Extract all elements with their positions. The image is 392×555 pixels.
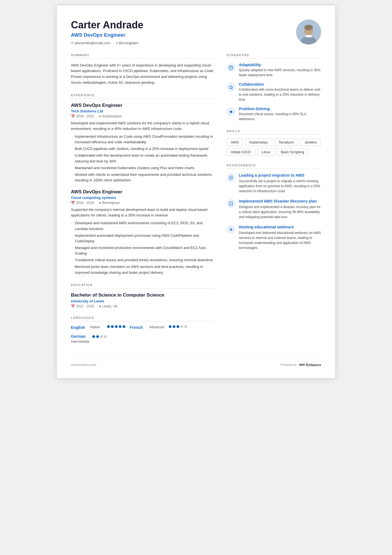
job-dates-1: 📅 2019 - 2022 [71, 114, 94, 118]
skill-bash: Bash Scripting [277, 148, 308, 156]
summary-section: SUMMARY AWS DevOps Engineer with 5+ year… [71, 53, 215, 86]
strength-icon-problem-solving [227, 107, 235, 116]
header-left: Carter Andrade AWS DevOps Engineer ✉ joh… [71, 19, 143, 45]
footer-url: www.enhancv.com [71, 363, 96, 366]
language-name-german: German [71, 334, 90, 339]
job-desc-2: Supported the company's internal develop… [71, 207, 215, 218]
svg-point-8 [310, 29, 311, 31]
language-level-english: Native [90, 325, 104, 329]
language-name-french: French [130, 325, 147, 330]
dot-f2 [173, 325, 175, 328]
left-column: SUMMARY AWS DevOps Engineer with 5+ year… [71, 53, 215, 351]
summary-text: AWS DevOps Engineer with 5+ years of exp… [71, 63, 215, 86]
strength-name-problem-solving: Problem-Solving [239, 107, 321, 111]
strength-icon-adaptability [227, 63, 235, 72]
achievement-content-2: Implemented AWS Disaster Recovery plan D… [239, 199, 321, 219]
location-icon-2: ● [99, 201, 101, 205]
enhancv-brand: Enhancv [306, 363, 321, 367]
dot-f5 [184, 325, 187, 328]
edu-degree-1: Bachelor of Science in Computer Science [71, 292, 215, 298]
job-company-1: Tech Solutions Ltd [71, 109, 215, 113]
job-entry-1: AWS DevOps Engineer Tech Solutions Ltd 📅… [71, 103, 215, 183]
edu-dates-1: 📅 2012 - 2016 [71, 304, 94, 308]
resume-page: Carter Andrade AWS DevOps Engineer ✉ joh… [57, 6, 335, 378]
dot-f4 [180, 325, 183, 328]
svg-point-5 [305, 25, 312, 29]
svg-point-7 [306, 29, 308, 31]
edu-entry-1: Bachelor of Science in Computer Science … [71, 292, 215, 308]
bullet-1-4: Maintained and monitored Kubernetes clus… [71, 165, 215, 171]
achievement-icon-3 [227, 225, 235, 234]
dot-g3 [100, 335, 103, 338]
strength-adaptability: Adaptability Quickly adapted to new AWS … [227, 63, 321, 78]
edu-location-1: ● Leeds, UK [99, 304, 118, 308]
skill-terraform: Terraform [274, 139, 298, 146]
achievement-content-3: Hosting educational webinars Developed a… [239, 225, 321, 250]
strength-desc-problem-solving: Resolved critical issues, resulting in 9… [239, 112, 321, 122]
candidate-name: Carter Andrade [71, 19, 143, 31]
achievement-title-3: Hosting educational webinars [239, 225, 321, 230]
strengths-section: STRENGTHS Adaptability Quickly adapted t… [227, 53, 321, 122]
bullet-2-1: Developed and maintained AWS environment… [71, 220, 215, 231]
strengths-section-title: STRENGTHS [227, 53, 321, 59]
skills-section-title: SKILLS [227, 129, 321, 135]
main-layout: SUMMARY AWS DevOps Engineer with 5+ year… [71, 53, 321, 351]
achievement-1: Leading a project migration to AWS Succe… [227, 173, 321, 194]
dot-e5 [123, 325, 125, 328]
calendar-icon-2: 📅 [71, 201, 75, 205]
job-bullets-2: Developed and maintained AWS environment… [71, 220, 215, 275]
skill-aws: AWS [227, 139, 243, 146]
contact-location: ● Birmingham [116, 41, 138, 45]
dot-e2 [111, 325, 114, 328]
footer: www.enhancv.com Powered by Enhancv [71, 360, 321, 367]
svg-point-9 [229, 66, 233, 70]
job-location-2: ● Birmingham [99, 201, 120, 205]
dot-g4 [104, 335, 107, 338]
skill-jenkins: Jenkins [300, 139, 321, 146]
language-name-english: English [71, 325, 88, 330]
header-section: Carter Andrade AWS DevOps Engineer ✉ joh… [71, 19, 321, 45]
bullet-2-4: Troubleshot critical issues and provided… [71, 257, 215, 263]
skills-section: SKILLS AWS Kubernetes Terraform Jenkins … [227, 129, 321, 156]
dot-e4 [119, 325, 121, 328]
languages-grid: English Native French Advanced [71, 325, 215, 344]
job-entry-2: AWS DevOps Engineer Cloud computing syst… [71, 189, 215, 275]
experience-section-title: EXPERIENCE [71, 93, 215, 99]
candidate-title: AWS DevOps Engineer [71, 32, 143, 38]
language-dots-english [107, 325, 125, 328]
right-column: STRENGTHS Adaptability Quickly adapted t… [227, 53, 321, 351]
strength-content-problem-solving: Problem-Solving Resolved critical issues… [239, 107, 321, 122]
powered-by-text: Powered by [281, 363, 297, 366]
job-company-2: Cloud computing systems [71, 196, 215, 200]
strength-icon-collaboration [227, 83, 235, 92]
dot-f3 [177, 325, 179, 328]
bullet-1-3: Collaborated with the development team t… [71, 153, 215, 164]
footer-powered: Powered by Enhancv [281, 363, 321, 367]
strength-collaboration: Collaboration Collaborated with cross-fu… [227, 82, 321, 102]
achievement-2: Implemented AWS Disaster Recovery plan D… [227, 199, 321, 219]
avatar [296, 19, 321, 45]
achievement-content-1: Leading a project migration to AWS Succe… [239, 173, 321, 194]
languages-section: LANGUAGES English Native [71, 316, 215, 344]
achievement-desc-2: Designed and implemented a disaster reco… [239, 204, 321, 219]
contact-info: ✉ johnsmith@email.com ● Birmingham [71, 41, 143, 45]
strength-desc-adaptability: Quickly adapted to new AWS services, res… [239, 68, 321, 78]
dot-g2 [96, 335, 99, 338]
languages-section-title: LANGUAGES [71, 316, 215, 321]
achievement-3: Hosting educational webinars Developed a… [227, 225, 321, 250]
achievement-icon-1 [227, 173, 235, 182]
location-value: Birmingham [119, 41, 138, 45]
location-icon-edu: ● [99, 304, 101, 308]
calendar-icon-edu: 📅 [71, 304, 75, 308]
svg-point-12 [230, 177, 232, 178]
location-icon: ● [116, 41, 118, 45]
email-value: johnsmith@email.com [75, 41, 110, 45]
email-icon: ✉ [71, 41, 74, 45]
achievement-title-1: Leading a project migration to AWS [239, 173, 321, 178]
achievement-icon-2 [227, 199, 235, 208]
job-title-2: AWS DevOps Engineer [71, 189, 215, 195]
strength-name-collaboration: Collaboration [239, 82, 321, 87]
language-french: French Advanced [130, 325, 187, 330]
experience-section: EXPERIENCE AWS DevOps Engineer Tech Solu… [71, 93, 215, 275]
job-bullets-1: Implemented Infrastructure as Code using… [71, 134, 215, 183]
